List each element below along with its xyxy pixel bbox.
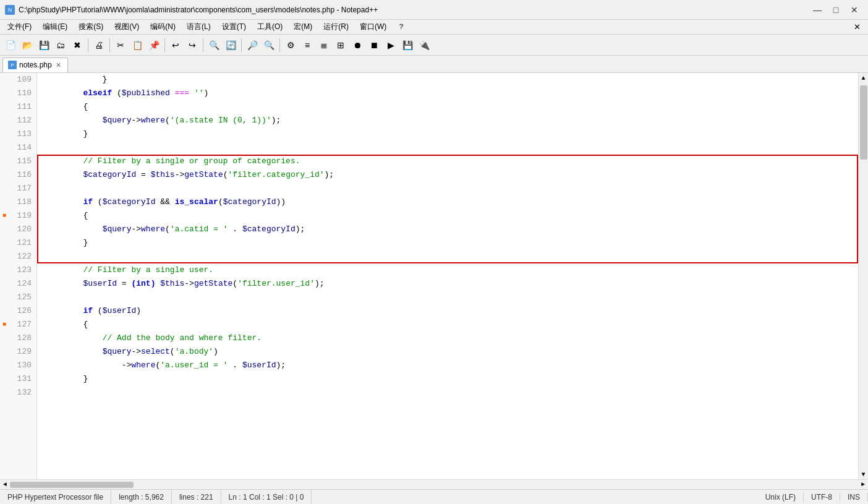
sync-button[interactable]: ⚙ [283,37,299,53]
open-button[interactable]: 📂 [19,37,35,53]
code-line [37,386,858,399]
replace-button[interactable]: 🔄 [223,37,239,53]
plugin-button[interactable]: 🔌 [416,37,432,53]
menubar: 文件(F) 编辑(E) 搜索(S) 视图(V) 编码(N) 语言(L) 设置(T… [0,20,868,35]
line-number: 121 [0,236,36,250]
encoding-label: UTF-8 [811,493,832,502]
toolbar: 📄 📂 💾 🗂 ✖ 🖨 ✂ 📋 📌 ↩ ↪ 🔍 🔄 🔎 🔍 ⚙ ≡ ≣ ⊞ ⏺ … [0,35,868,56]
window-controls: — □ ✕ [809,3,863,17]
scroll-down-button[interactable]: ▼ [859,469,869,479]
redo-button[interactable]: ↪ [184,37,200,53]
menu-file[interactable]: 文件(F) [2,20,36,33]
scroll-left-button[interactable]: ◄ [0,480,10,490]
menu-run[interactable]: 运行(R) [318,20,354,33]
dedent-button[interactable]: ≣ [316,37,332,53]
zoom-in-button[interactable]: 🔎 [244,37,260,53]
macro-stop-button[interactable]: ⏹ [366,37,382,53]
line-number: 110 [0,87,36,100]
paste-button[interactable]: 📌 [146,37,162,53]
encoding-section: UTF-8 [804,493,840,502]
app-icon: N [5,5,15,15]
new-button[interactable]: 📄 [2,37,19,53]
code-line: // Add the body and where filter. [37,331,858,345]
line-number: 132 [0,386,36,399]
macro-record-button[interactable]: ⏺ [349,37,365,53]
maximize-button[interactable]: □ [827,3,845,17]
macro-play-button[interactable]: ▶ [383,37,399,53]
macro-save-button[interactable]: 💾 [399,37,415,53]
scroll-up-button[interactable]: ▲ [859,73,869,83]
mode-label: INS [848,493,860,502]
line-number: 118 [0,195,36,209]
horizontal-scrollbar[interactable]: ◄ ► [0,479,868,489]
menu-encoding[interactable]: 编码(N) [145,20,181,33]
code-line [37,182,858,195]
code-line: $query->where('(a.state IN (0, 1))'); [37,114,858,127]
code-line [37,141,858,155]
code-content[interactable]: } elseif ($published === '') { $query->w… [37,73,858,479]
cut-button[interactable]: ✂ [113,37,129,53]
h-scrollbar-thumb[interactable] [10,482,134,488]
filetype-section: PHP Hypertext Processor file [0,490,111,504]
menu-search[interactable]: 搜索(S) [74,20,108,33]
scrollbar-thumb[interactable] [860,85,867,160]
code-line: elseif ($published === '') [37,87,858,100]
menu-view[interactable]: 视图(V) [109,20,144,33]
code-line: // Filter by a single user. [37,263,858,277]
line-number: 126 [0,304,36,318]
lines-label: lines : 221 [179,493,213,502]
mode-section: INS [840,493,868,502]
line-number: 112 [0,114,36,127]
copy-button[interactable]: 📋 [129,37,145,53]
save-button[interactable]: 💾 [36,37,52,53]
line-number: 125 [0,291,36,304]
line-number: 111 [0,100,36,114]
undo-button[interactable]: ↩ [168,37,184,53]
line-ending-section: Unix (LF) [758,493,804,502]
filetype-label: PHP Hypertext Processor file [7,493,103,502]
status-right: Unix (LF) UTF-8 INS [758,493,868,502]
scrollbar-track [10,482,858,488]
zoom-out-button[interactable]: 🔍 [261,37,277,53]
code-line: $query->where('a.catid = ' . $categoryId… [37,223,858,236]
print-button[interactable]: 🖨 [91,37,107,53]
line-number: 127 [0,318,36,331]
scroll-right-button[interactable]: ► [858,480,868,490]
code-line: } [37,127,858,141]
lines-section: lines : 221 [172,490,221,504]
line-number: 131 [0,372,36,386]
line-number: 116 [0,168,36,182]
tab-close-button[interactable]: ✕ [54,61,62,69]
menu-settings[interactable]: 设置(T) [217,20,251,33]
position-section: Ln : 1 Col : 1 Sel : 0 | 0 [221,490,312,504]
indent-button[interactable]: ≡ [299,37,315,53]
save-all-button[interactable]: 🗂 [53,37,69,53]
vertical-scrollbar[interactable]: ▲ ▼ [858,73,868,479]
line-number: 120 [0,223,36,236]
code-line: if ($userId) [37,304,858,318]
titlebar: N C:\phpStudy\PHPTutorial\WWW\joomla\adm… [0,0,868,20]
code-line: $userId = (int) $this->getState('filter.… [37,277,858,291]
menu-language[interactable]: 语言(L) [182,20,216,33]
code-line: } [37,236,858,250]
line-number: 109 [0,73,36,87]
code-line [37,291,858,304]
tabbar: P notes.php ✕ [0,56,868,73]
close-icon[interactable]: ✕ [854,22,866,32]
close-all-button[interactable]: ✖ [69,37,85,53]
line-number: 128 [0,331,36,345]
toggle-button[interactable]: ⊞ [333,37,349,53]
tab-label: notes.php [19,61,52,69]
close-button[interactable]: ✕ [846,3,863,17]
minimize-button[interactable]: — [809,3,826,17]
tab-notes-php[interactable]: P notes.php ✕ [2,58,68,72]
line-ending-label: Unix (LF) [765,493,796,502]
code-line: // Filter by a single or group of catego… [37,155,858,168]
menu-tools[interactable]: 工具(O) [252,20,287,33]
menu-edit[interactable]: 编辑(E) [38,20,72,33]
find-button[interactable]: 🔍 [206,37,222,53]
line-number: 119 [0,209,36,223]
menu-help[interactable]: ？ [393,20,410,33]
menu-macro[interactable]: 宏(M) [289,20,317,33]
menu-window[interactable]: 窗口(W) [355,20,391,33]
